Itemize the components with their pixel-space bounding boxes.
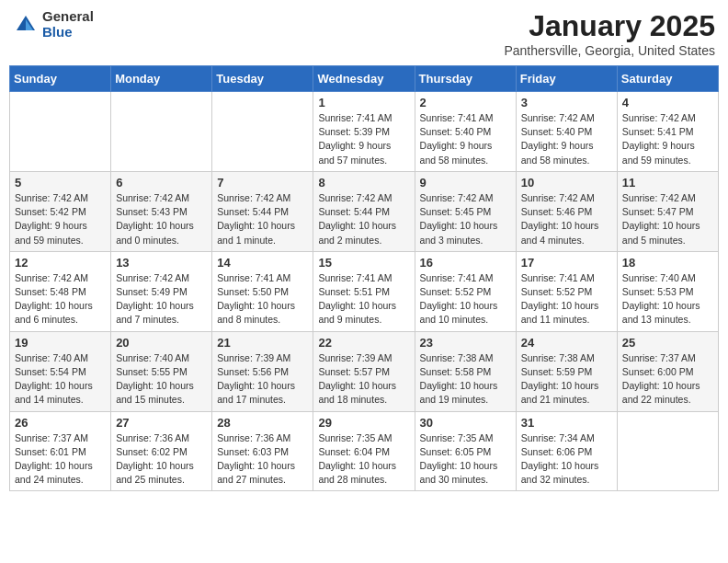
calendar-cell [111, 92, 212, 172]
calendar-cell: 2Sunrise: 7:41 AM Sunset: 5:40 PM Daylig… [415, 92, 516, 172]
calendar-week-row: 26Sunrise: 7:37 AM Sunset: 6:01 PM Dayli… [10, 411, 719, 491]
day-number: 28 [217, 416, 308, 430]
col-header-thursday: Thursday [415, 66, 516, 92]
day-number: 9 [420, 176, 511, 190]
day-info: Sunrise: 7:38 AM Sunset: 5:59 PM Dayligh… [521, 351, 612, 408]
day-info: Sunrise: 7:41 AM Sunset: 5:39 PM Dayligh… [318, 111, 409, 167]
day-info: Sunrise: 7:36 AM Sunset: 6:02 PM Dayligh… [116, 431, 207, 488]
month-title: January 2025 [504, 9, 715, 43]
day-info: Sunrise: 7:41 AM Sunset: 5:52 PM Dayligh… [420, 271, 511, 327]
logo-text: General Blue [42, 9, 94, 40]
day-info: Sunrise: 7:42 AM Sunset: 5:42 PM Dayligh… [15, 191, 106, 247]
day-info: Sunrise: 7:42 AM Sunset: 5:47 PM Dayligh… [622, 191, 713, 247]
calendar-cell: 15Sunrise: 7:41 AM Sunset: 5:51 PM Dayli… [313, 251, 415, 331]
day-number: 8 [318, 176, 409, 190]
day-info: Sunrise: 7:41 AM Sunset: 5:51 PM Dayligh… [318, 271, 409, 327]
day-number: 16 [420, 256, 511, 270]
day-info: Sunrise: 7:42 AM Sunset: 5:46 PM Dayligh… [521, 191, 612, 247]
location-label: Panthersville, Georgia, United States [504, 43, 715, 58]
calendar-cell: 22Sunrise: 7:39 AM Sunset: 5:57 PM Dayli… [313, 331, 415, 411]
day-number: 20 [116, 336, 207, 350]
calendar-cell [10, 92, 111, 172]
day-number: 14 [217, 256, 308, 270]
day-number: 10 [521, 176, 612, 190]
day-info: Sunrise: 7:42 AM Sunset: 5:44 PM Dayligh… [217, 191, 308, 247]
calendar-cell: 25Sunrise: 7:37 AM Sunset: 6:00 PM Dayli… [617, 331, 718, 411]
calendar-week-row: 1Sunrise: 7:41 AM Sunset: 5:39 PM Daylig… [10, 92, 719, 172]
calendar-table: SundayMondayTuesdayWednesdayThursdayFrid… [9, 65, 719, 491]
day-info: Sunrise: 7:35 AM Sunset: 6:04 PM Dayligh… [318, 431, 409, 488]
calendar-week-row: 19Sunrise: 7:40 AM Sunset: 5:54 PM Dayli… [10, 331, 719, 411]
calendar-cell: 6Sunrise: 7:42 AM Sunset: 5:43 PM Daylig… [111, 171, 212, 251]
calendar-cell: 31Sunrise: 7:34 AM Sunset: 6:06 PM Dayli… [516, 411, 617, 491]
calendar-cell: 5Sunrise: 7:42 AM Sunset: 5:42 PM Daylig… [10, 171, 111, 251]
calendar-cell: 4Sunrise: 7:42 AM Sunset: 5:41 PM Daylig… [617, 92, 718, 172]
day-info: Sunrise: 7:37 AM Sunset: 6:00 PM Dayligh… [622, 351, 713, 408]
calendar-cell: 23Sunrise: 7:38 AM Sunset: 5:58 PM Dayli… [415, 331, 516, 411]
day-info: Sunrise: 7:42 AM Sunset: 5:48 PM Dayligh… [15, 271, 106, 327]
day-info: Sunrise: 7:40 AM Sunset: 5:54 PM Dayligh… [15, 351, 106, 408]
calendar-cell: 29Sunrise: 7:35 AM Sunset: 6:04 PM Dayli… [313, 411, 415, 491]
calendar-cell: 18Sunrise: 7:40 AM Sunset: 5:53 PM Dayli… [617, 251, 718, 331]
title-block: January 2025 Panthersville, Georgia, Uni… [504, 9, 715, 58]
day-number: 25 [622, 336, 713, 350]
day-info: Sunrise: 7:39 AM Sunset: 5:57 PM Dayligh… [318, 351, 409, 408]
calendar-header-row: SundayMondayTuesdayWednesdayThursdayFrid… [10, 66, 719, 92]
calendar-cell: 21Sunrise: 7:39 AM Sunset: 5:56 PM Dayli… [212, 331, 313, 411]
day-number: 11 [622, 176, 713, 190]
day-info: Sunrise: 7:42 AM Sunset: 5:45 PM Dayligh… [420, 191, 511, 247]
day-info: Sunrise: 7:37 AM Sunset: 6:01 PM Dayligh… [15, 431, 106, 488]
calendar-cell [617, 411, 718, 491]
col-header-tuesday: Tuesday [212, 66, 313, 92]
col-header-sunday: Sunday [10, 66, 111, 92]
calendar-cell: 14Sunrise: 7:41 AM Sunset: 5:50 PM Dayli… [212, 251, 313, 331]
logo-general-label: General [42, 9, 94, 25]
day-number: 5 [15, 176, 106, 190]
day-number: 23 [420, 336, 511, 350]
calendar-cell: 27Sunrise: 7:36 AM Sunset: 6:02 PM Dayli… [111, 411, 212, 491]
day-number: 12 [15, 256, 106, 270]
day-info: Sunrise: 7:42 AM Sunset: 5:49 PM Dayligh… [116, 271, 207, 327]
day-number: 2 [420, 96, 511, 109]
day-info: Sunrise: 7:38 AM Sunset: 5:58 PM Dayligh… [420, 351, 511, 408]
day-number: 29 [318, 416, 409, 430]
col-header-wednesday: Wednesday [313, 66, 415, 92]
day-info: Sunrise: 7:34 AM Sunset: 6:06 PM Dayligh… [521, 431, 612, 488]
calendar-cell: 3Sunrise: 7:42 AM Sunset: 5:40 PM Daylig… [516, 92, 617, 172]
col-header-friday: Friday [516, 66, 617, 92]
col-header-saturday: Saturday [617, 66, 718, 92]
day-info: Sunrise: 7:40 AM Sunset: 5:53 PM Dayligh… [622, 271, 713, 327]
day-info: Sunrise: 7:42 AM Sunset: 5:40 PM Dayligh… [521, 111, 612, 167]
calendar-cell: 28Sunrise: 7:36 AM Sunset: 6:03 PM Dayli… [212, 411, 313, 491]
calendar-cell: 19Sunrise: 7:40 AM Sunset: 5:54 PM Dayli… [10, 331, 111, 411]
calendar-cell: 20Sunrise: 7:40 AM Sunset: 5:55 PM Dayli… [111, 331, 212, 411]
day-info: Sunrise: 7:40 AM Sunset: 5:55 PM Dayligh… [116, 351, 207, 408]
day-number: 24 [521, 336, 612, 350]
day-info: Sunrise: 7:41 AM Sunset: 5:52 PM Dayligh… [521, 271, 612, 327]
calendar-cell: 16Sunrise: 7:41 AM Sunset: 5:52 PM Dayli… [415, 251, 516, 331]
day-number: 31 [521, 416, 612, 430]
logo-blue-label: Blue [42, 25, 94, 40]
calendar-cell: 30Sunrise: 7:35 AM Sunset: 6:05 PM Dayli… [415, 411, 516, 491]
day-number: 22 [318, 336, 409, 350]
calendar-cell: 13Sunrise: 7:42 AM Sunset: 5:49 PM Dayli… [111, 251, 212, 331]
calendar-week-row: 5Sunrise: 7:42 AM Sunset: 5:42 PM Daylig… [10, 171, 719, 251]
calendar-cell: 26Sunrise: 7:37 AM Sunset: 6:01 PM Dayli… [10, 411, 111, 491]
day-number: 13 [116, 256, 207, 270]
calendar-cell: 17Sunrise: 7:41 AM Sunset: 5:52 PM Dayli… [516, 251, 617, 331]
day-info: Sunrise: 7:36 AM Sunset: 6:03 PM Dayligh… [217, 431, 308, 488]
calendar-cell: 9Sunrise: 7:42 AM Sunset: 5:45 PM Daylig… [415, 171, 516, 251]
day-info: Sunrise: 7:41 AM Sunset: 5:40 PM Dayligh… [420, 111, 511, 167]
calendar-cell: 10Sunrise: 7:42 AM Sunset: 5:46 PM Dayli… [516, 171, 617, 251]
day-number: 30 [420, 416, 511, 430]
day-info: Sunrise: 7:42 AM Sunset: 5:41 PM Dayligh… [622, 111, 713, 167]
calendar-cell: 11Sunrise: 7:42 AM Sunset: 5:47 PM Dayli… [617, 171, 718, 251]
calendar-cell: 24Sunrise: 7:38 AM Sunset: 5:59 PM Dayli… [516, 331, 617, 411]
day-info: Sunrise: 7:39 AM Sunset: 5:56 PM Dayligh… [217, 351, 308, 408]
calendar-cell: 12Sunrise: 7:42 AM Sunset: 5:48 PM Dayli… [10, 251, 111, 331]
day-number: 17 [521, 256, 612, 270]
day-info: Sunrise: 7:42 AM Sunset: 5:44 PM Dayligh… [318, 191, 409, 247]
day-info: Sunrise: 7:35 AM Sunset: 6:05 PM Dayligh… [420, 431, 511, 488]
day-info: Sunrise: 7:41 AM Sunset: 5:50 PM Dayligh… [217, 271, 308, 327]
calendar-week-row: 12Sunrise: 7:42 AM Sunset: 5:48 PM Dayli… [10, 251, 719, 331]
